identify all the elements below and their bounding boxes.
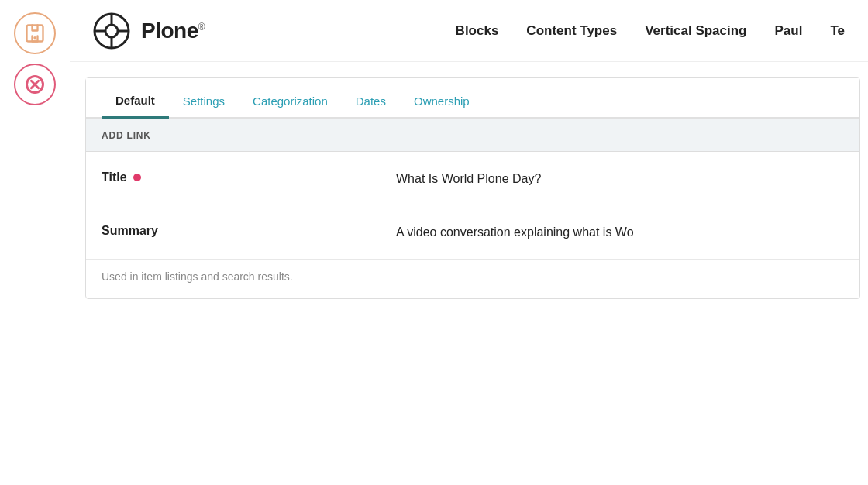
tabs-bar: Default Settings Categorization Dates Ow… — [86, 78, 859, 119]
toolbar: ADD LINK — [86, 119, 859, 152]
nav-blocks[interactable]: Blocks — [456, 23, 499, 39]
sidebar — [0, 0, 70, 485]
tab-categorization[interactable]: Categorization — [239, 85, 342, 119]
form-row-summary: Summary A video conversation explaining … — [86, 205, 859, 259]
content-panel: Default Settings Categorization Dates Ow… — [85, 77, 860, 299]
svg-point-6 — [105, 25, 118, 37]
nav-paul[interactable]: Paul — [775, 23, 803, 39]
main-content: Plone® Blocks Content Types Vertical Spa… — [70, 0, 868, 485]
tab-settings[interactable]: Settings — [169, 85, 239, 119]
toolbar-add-link-label: ADD LINK — [102, 130, 151, 141]
tab-default[interactable]: Default — [102, 84, 169, 119]
tab-dates[interactable]: Dates — [342, 85, 400, 119]
form-row-title: Title What Is World Plone Day? — [86, 152, 859, 205]
form-area: Title What Is World Plone Day? Summary A… — [86, 152, 859, 298]
logo-text: Plone® — [141, 19, 205, 43]
title-required-indicator — [133, 174, 141, 181]
nav-content-types[interactable]: Content Types — [526, 23, 617, 39]
nav-te[interactable]: Te — [830, 23, 845, 39]
nav-links: Blocks Content Types Vertical Spacing Pa… — [456, 23, 845, 39]
summary-value[interactable]: A video conversation explaining what is … — [396, 222, 844, 241]
svg-point-1 — [33, 36, 36, 40]
nav-vertical-spacing[interactable]: Vertical Spacing — [645, 23, 746, 39]
navbar: Plone® Blocks Content Types Vertical Spa… — [70, 0, 868, 62]
summary-label: Summary — [102, 222, 396, 238]
tab-ownership[interactable]: Ownership — [400, 85, 484, 119]
cancel-button[interactable] — [14, 64, 56, 105]
logo-area: Plone® — [93, 12, 205, 50]
save-button[interactable] — [14, 12, 56, 54]
title-value[interactable]: What Is World Plone Day? — [396, 169, 844, 187]
title-label: Title — [102, 169, 396, 184]
plone-logo-icon — [93, 12, 130, 50]
summary-hint: Used in item listings and search results… — [86, 260, 859, 298]
